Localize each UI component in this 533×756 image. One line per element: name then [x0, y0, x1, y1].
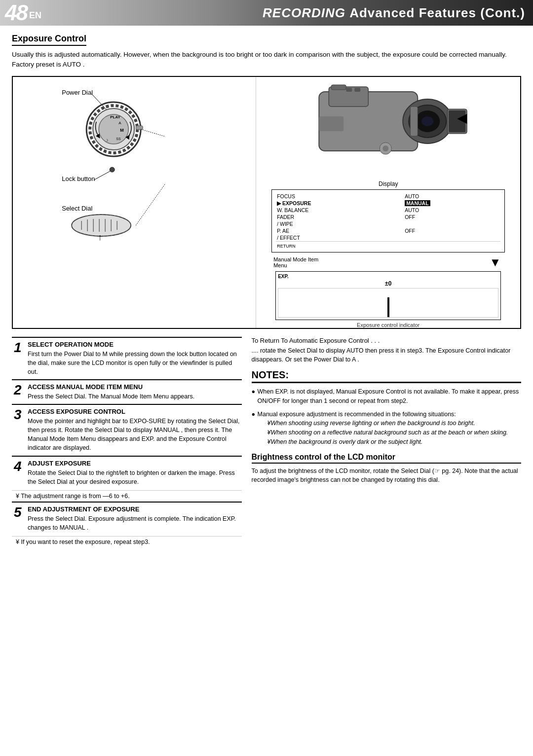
fader-val: OFF: [404, 214, 500, 220]
exp-value: ±0: [278, 280, 498, 287]
note-sub-2: ¥When shooting on a reflective natural b…: [258, 428, 521, 437]
exposure-indicator-label: Exposure control indicator: [271, 322, 505, 328]
step-4-content: ADJUST EXPOSURE Rotate the Select Dial t…: [28, 460, 242, 486]
step-3-title: ACCESS EXPOSURE CONTROL: [28, 408, 242, 415]
step-4-text: Rotate the Select Dial to the right/left…: [28, 468, 242, 486]
camera-diagram-svg: Power Dial PLAY A M SS ☽: [21, 85, 251, 243]
svg-rect-37: [355, 88, 361, 92]
step-2-content: ACCESS MANUAL MODE ITEM MENU Press the S…: [28, 383, 194, 401]
svg-text:A: A: [118, 121, 121, 125]
step-5-num: 5: [14, 505, 25, 532]
focus-val: AUTO: [404, 193, 500, 200]
focus-label: FOCUS: [276, 193, 404, 200]
menu-row-focus: FOCUS AUTO: [276, 193, 500, 200]
step-1-content: SELECT OPERATION MODE First turn the Pow…: [28, 341, 242, 376]
fader-label: FADER: [276, 214, 404, 220]
effect-label: / EFFECT: [276, 234, 404, 242]
step-4-num: 4: [14, 460, 25, 486]
svg-text:☽: ☽: [105, 139, 108, 142]
exp-label: EXP.: [278, 274, 498, 279]
svg-text:Select Dial: Select Dial: [62, 205, 92, 212]
exp-bar: [387, 297, 389, 317]
exp-bar-area: [278, 288, 498, 318]
step-3: 3 ACCESS EXPOSURE CONTROL Move the point…: [12, 404, 242, 456]
svg-text:PLAY: PLAY: [110, 115, 120, 119]
step-5: 5 END ADJUSTRMENT OF EXPOSURE Press the …: [12, 502, 242, 535]
pae-label: P. AE: [276, 227, 404, 234]
step-5-content: END ADJUSTRMENT OF EXPOSURE Press the Se…: [28, 505, 242, 532]
svg-line-27: [136, 183, 165, 225]
pae-val: OFF: [404, 227, 500, 234]
footnote-reset: ¥ If you want to reset the exposure, rep…: [12, 536, 242, 547]
svg-line-26: [141, 129, 165, 137]
menu-row-fader: FADER OFF: [276, 214, 500, 220]
svg-rect-39: [411, 107, 418, 136]
exposure-label: ▶ EXPOSURE: [276, 200, 404, 207]
diagram-left: Power Dial PLAY A M SS ☽: [13, 77, 256, 328]
note-sub-3: ¥When the background is overly dark or t…: [258, 437, 521, 447]
svg-point-14: [110, 167, 114, 172]
notes-section: NOTES: When EXP. is not displayed, Manua…: [252, 369, 521, 447]
step-3-content: ACCESS EXPOSURE CONTROL Move the pointer…: [28, 408, 242, 453]
note-item-1: When EXP. is not displayed, Manual Expos…: [252, 387, 521, 406]
page-suffix: EN: [29, 10, 41, 21]
svg-point-43: [383, 145, 389, 151]
note-item-2: Manual exposure adjustment is recommende…: [252, 410, 521, 447]
step-5-text: Press the Select Dial. Exposure adjustme…: [28, 514, 242, 532]
svg-point-33: [422, 116, 434, 126]
manual-mode-row: Manual Mode Item Menu ▼: [271, 255, 505, 269]
menu-row-wbalance: W. BALANCE AUTO: [276, 207, 500, 214]
wbalance-val: AUTO: [404, 207, 500, 214]
brightness-section: Brightness control of the LCD monitor To…: [252, 453, 521, 485]
step-1: 1 SELECT OPERATION MODE First turn the P…: [12, 337, 242, 379]
svg-rect-11: [136, 126, 143, 130]
step-1-text: First turn the Power Dial to M while pre…: [28, 350, 242, 376]
section-title: Exposure Control: [12, 34, 86, 46]
step-1-num: 1: [14, 341, 25, 376]
intro-text: Usually this is adjusted automatically. …: [12, 50, 521, 70]
svg-text:SS: SS: [116, 137, 121, 141]
return-text: .... rotate the Select Dial to display A…: [252, 346, 521, 365]
steps-right: To Return To Automatic Exposure Control …: [252, 337, 521, 548]
footnote-range: ¥ The adjustment range is from —6 to +6.: [12, 490, 242, 502]
brightness-text: To adjust the brightness of the LCD moni…: [252, 467, 521, 485]
notes-header: NOTES:: [252, 369, 521, 383]
wbalance-label: W. BALANCE: [276, 207, 404, 214]
svg-text:M: M: [120, 128, 124, 133]
svg-rect-38: [332, 85, 346, 90]
step-2: 2 ACCESS MANUAL MODE ITEM MENU Press the…: [12, 379, 242, 404]
step-5-title: END ADJUSTRMENT OF EXPOSURE: [28, 505, 242, 513]
effect-val: [404, 234, 500, 242]
menu-table: FOCUS AUTO ▶ EXPOSURE MANUAL W. BALANCE …: [276, 193, 500, 249]
step-4: 4 ADJUST EXPOSURE Rotate the Select Dial…: [12, 456, 242, 489]
page-number: 48: [5, 0, 27, 25]
camera-body-svg: [256, 77, 520, 180]
menu-row-exposure: ▶ EXPOSURE MANUAL: [276, 200, 500, 207]
wipe-val: [404, 220, 500, 227]
step-2-text: Press the Select Dial. The Manual Mode I…: [28, 392, 194, 401]
return-label: RETURN: [276, 241, 500, 249]
exposure-val: MANUAL: [404, 200, 500, 207]
step-3-text: Move the pointer and highlight bar to EX…: [28, 417, 242, 453]
down-arrow-icon: ▼: [489, 255, 501, 269]
svg-text:↑: ↑: [98, 232, 102, 242]
step-4-title: ADJUST EXPOSURE: [28, 460, 242, 467]
svg-rect-40: [319, 116, 344, 131]
wipe-label: / WIPE: [276, 220, 404, 227]
note-sub-1: ¥When shooting using reverse lighting or…: [258, 419, 521, 428]
svg-rect-36: [346, 88, 352, 92]
exp-box: EXP. ±0: [275, 271, 501, 320]
return-title: To Return To Automatic Exposure Control …: [252, 337, 521, 344]
diagram-right: Display FOCUS AUTO ▶ EXPOSURE MANUAL: [256, 77, 520, 328]
step-1-title: SELECT OPERATION MODE: [28, 341, 242, 348]
steps-left: 1 SELECT OPERATION MODE First turn the P…: [12, 337, 242, 548]
brightness-title: Brightness control of the LCD monitor: [252, 453, 521, 464]
main-content: Exposure Control Usually this is adjuste…: [0, 26, 533, 555]
step-2-num: 2: [14, 383, 25, 401]
svg-text:Lock button: Lock button: [62, 175, 95, 182]
display-label: Display: [271, 180, 505, 187]
menu-row-effect: / EFFECT: [276, 234, 500, 242]
return-section: To Return To Automatic Exposure Control …: [252, 337, 521, 365]
svg-line-13: [94, 171, 110, 180]
svg-text:Power Dial: Power Dial: [62, 89, 93, 96]
